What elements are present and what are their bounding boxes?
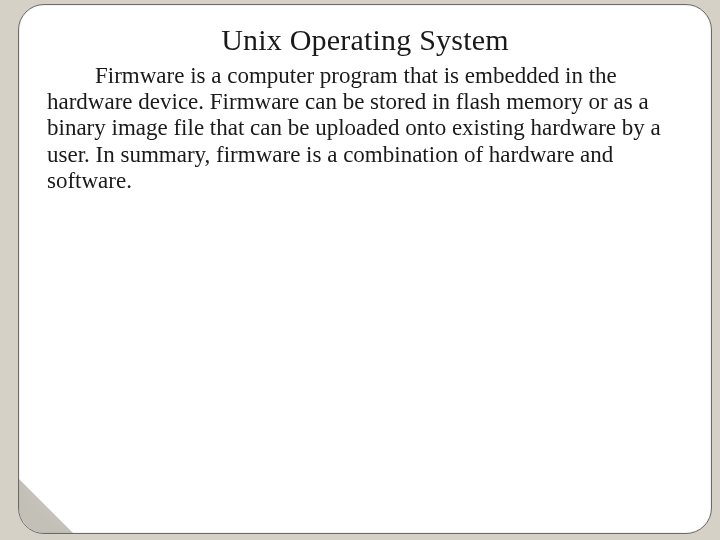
corner-accent-decoration [19,479,73,533]
slide-frame: Unix Operating System Firmware is a comp… [18,4,712,534]
slide-title: Unix Operating System [47,23,683,57]
slide-body-text: Firmware is a computer program that is e… [47,63,683,194]
